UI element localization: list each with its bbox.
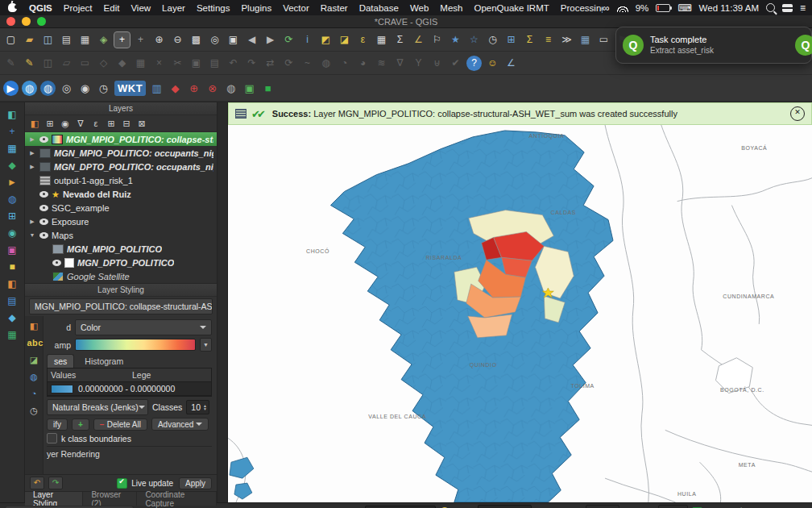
advanced-button[interactable]: Advanced [151, 418, 209, 431]
merge-features-button[interactable]: ⊎ [429, 56, 445, 71]
delete-all-button[interactable]: −Delete All [93, 418, 147, 431]
add-group-button[interactable]: ⊞ [44, 117, 56, 130]
dock-tab-browser-2[interactable]: Browser (2) [83, 492, 137, 506]
layers-plugin-button[interactable]: ▥ [149, 81, 164, 96]
layer-item-mgn-mpio-politico[interactable]: MGN_MPIO_POLITICO [25, 242, 217, 256]
menu-vector[interactable]: Vector [277, 3, 315, 13]
rotation-spinbox[interactable]: 0.0 ° ▲▼ [658, 505, 689, 508]
zoom-full-button[interactable]: ▩ [188, 32, 204, 48]
new-bookmark-button[interactable]: ★ [448, 32, 463, 48]
add-ring-button[interactable]: ◍ [318, 56, 334, 71]
delete-selected-button[interactable]: × [151, 56, 167, 71]
menu-openquake-irmt[interactable]: OpenQuake IRMT [468, 3, 554, 13]
dock-yellow-button[interactable]: ■ [5, 260, 19, 274]
python-console-button[interactable]: ≫ [559, 32, 574, 48]
new-print-layout-button[interactable]: ▤ [59, 32, 74, 48]
visibility-icon[interactable] [39, 219, 48, 225]
color-ramp[interactable] [75, 339, 196, 351]
dock-pink-button[interactable]: ▣ [5, 243, 19, 257]
expander-icon[interactable]: ▼ [28, 232, 36, 238]
vertex-tool-all-button[interactable]: ◇ [96, 56, 111, 71]
diagrams-tab-button[interactable]: ◔ [27, 387, 41, 401]
dock-orange-button[interactable]: ◧ [5, 277, 19, 291]
add-part-button[interactable]: ◔ [337, 56, 352, 71]
expand-all-button[interactable]: ⊞ [105, 117, 118, 130]
class-row[interactable]: 0.00000000 - 0.00000000 [48, 382, 211, 396]
add-record-button[interactable]: ▭ [77, 56, 93, 71]
tab-classes[interactable]: ses [47, 354, 74, 368]
locate-input[interactable] [5, 506, 134, 508]
expander-icon[interactable]: ▶ [28, 150, 36, 156]
map-canvas[interactable]: ANTIOQUIABOYACÁCALDASCHOCÓRISARALDACUNDI… [228, 125, 812, 502]
undo-style-button[interactable]: ↶ [30, 477, 44, 489]
zoom-to-selection-button[interactable]: ◎ [207, 32, 222, 48]
manage-map-themes-button[interactable]: ◉ [59, 117, 72, 130]
menu-web[interactable]: Web [404, 3, 434, 13]
message-close-button[interactable]: ✕ [790, 106, 805, 121]
view-3d-tab-button[interactable]: ◍ [27, 370, 41, 384]
dock-tab-layer-styling[interactable]: Layer Styling [25, 492, 83, 506]
map-tips-button[interactable]: ⚐ [429, 32, 445, 48]
dock-tab-coordinate-capture[interactable]: Coordinate Capture [137, 492, 217, 506]
temporal-controller-button[interactable]: ◷ [485, 32, 500, 48]
notification-center-icon[interactable]: ≡ [800, 2, 806, 14]
dock-grid-button[interactable]: ▦ [5, 141, 19, 156]
method-combo[interactable]: Color [75, 319, 212, 335]
statistics-summary-button[interactable]: Σ [522, 32, 537, 48]
deselect-features-button[interactable]: ◪ [337, 32, 352, 48]
dock-diamond-button[interactable]: ◆ [5, 158, 19, 173]
menu-mesh[interactable]: Mesh [434, 3, 468, 13]
save-project-button[interactable]: ◫ [40, 32, 56, 48]
globe-gray-button[interactable]: ◍ [223, 81, 238, 96]
panel-splitter[interactable] [217, 102, 228, 502]
filter-by-expression-button[interactable]: ε [89, 117, 102, 130]
polygon-edit-button[interactable]: ◆ [168, 81, 183, 96]
classes-table[interactable]: Values Lege 0.00000000 - 0.00000000 [47, 368, 212, 397]
menu-processing[interactable]: Processing [555, 3, 603, 13]
new-project-button[interactable]: ▢ [3, 32, 19, 48]
magnifier-spinbox[interactable]: 100% ▲▼ [586, 505, 620, 508]
expander-icon[interactable]: ▶ [28, 219, 36, 225]
layer-item-mgn-mpio-politico-occupants-nig[interactable]: ▶MGN_MPIO_POLITICO: occupants_nig... [25, 146, 217, 160]
close-window-button[interactable] [6, 17, 15, 26]
move-feature-button[interactable]: ⇄ [263, 56, 278, 71]
refresh-button[interactable]: ⟳ [281, 32, 296, 48]
field-calculator-button[interactable]: Σ [392, 32, 408, 48]
control-center-icon[interactable] [782, 4, 793, 12]
spin-arrows-icon[interactable]: ▲▼ [203, 404, 207, 410]
layout-manager-button[interactable]: ▦ [77, 32, 93, 48]
copy-features-button[interactable]: ▣ [188, 56, 204, 71]
style-manager-button[interactable]: ◈ [96, 32, 111, 48]
visibility-icon[interactable] [39, 136, 48, 143]
dock-cyan-button[interactable]: ◆ [5, 310, 19, 325]
visibility-icon[interactable] [39, 205, 48, 211]
undo-button[interactable]: ↶ [226, 56, 241, 71]
expander-icon[interactable]: ▶ [28, 136, 36, 143]
apply-button[interactable]: Apply [179, 477, 212, 489]
history-tab-button[interactable]: ◷ [27, 404, 41, 418]
filter-legend-button[interactable]: ∇ [74, 117, 87, 130]
dock-green-grid-button[interactable]: ▦ [5, 327, 19, 342]
expander-icon[interactable]: ▶ [28, 164, 36, 170]
live-update-checkbox[interactable] [117, 478, 127, 489]
dock-layers-button[interactable]: ◧ [5, 107, 19, 122]
wkt-plugin-button[interactable]: WKT [114, 81, 146, 96]
processing-toolbox-button[interactable]: ⊞ [503, 32, 519, 48]
measure-line-button[interactable]: ∠ [411, 32, 426, 48]
dock-add-layer-button[interactable]: + [5, 124, 19, 139]
scale-combo[interactable]: 1:1940846 [478, 505, 532, 508]
zoom-last-button[interactable]: ◀ [244, 32, 259, 48]
menu-raster[interactable]: Raster [315, 3, 354, 13]
pan-to-selection-button[interactable]: + [133, 32, 148, 48]
select-by-expression-button[interactable]: ε [355, 32, 371, 48]
link-class-boundaries-checkbox[interactable] [47, 433, 57, 443]
globe-plugin-button[interactable]: ◍ [22, 81, 37, 96]
battery-icon[interactable] [656, 4, 670, 12]
processing-run-button[interactable]: ▶ [3, 81, 19, 96]
remove-layer-button[interactable]: ⊠ [135, 117, 148, 130]
current-edits-button[interactable]: ✎ [3, 56, 19, 71]
grid-toggle-button[interactable]: ▦ [578, 32, 593, 48]
menu-project[interactable]: Project [58, 3, 98, 13]
reshape-button[interactable]: ∇ [392, 56, 408, 71]
color-ramp-dropdown-button[interactable]: ▼ [200, 338, 212, 352]
